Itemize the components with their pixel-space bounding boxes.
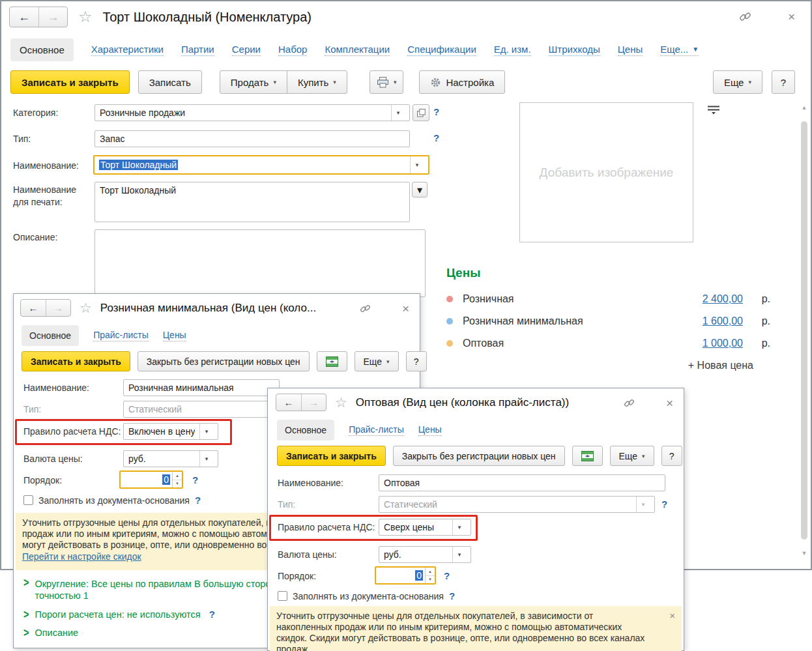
tab-prices[interactable]: Цены: [618, 44, 643, 56]
fill-from-document-help-icon[interactable]: ?: [195, 495, 201, 506]
back-button[interactable]: ←: [21, 300, 46, 316]
favorite-star-icon[interactable]: ☆: [335, 396, 347, 409]
close-dialog-icon[interactable]: ×: [402, 302, 409, 315]
print-button[interactable]: ▾: [370, 70, 404, 94]
favorite-star-icon[interactable]: ☆: [80, 301, 92, 315]
order-help-icon[interactable]: ?: [192, 474, 198, 485]
name-input[interactable]: Торт Шоколадный ▾: [94, 156, 428, 173]
category-help-icon[interactable]: ?: [433, 106, 439, 117]
help-button[interactable]: ?: [772, 70, 795, 94]
forward-button[interactable]: →: [301, 394, 326, 411]
tab-main[interactable]: Основное: [277, 420, 334, 441]
scroll-down-icon[interactable]: ▼: [800, 549, 809, 558]
print-name-dropdown-button[interactable]: ▾: [412, 182, 428, 197]
tab-price-lists[interactable]: Прайс-листы: [349, 424, 404, 436]
tab-prices[interactable]: Цены: [418, 424, 442, 436]
tab-price-lists[interactable]: Прайс-листы: [93, 330, 149, 341]
add-new-price-link[interactable]: + Новая цена: [446, 360, 770, 371]
price-list-button[interactable]: [317, 351, 347, 371]
scrollbar-thumb[interactable]: [801, 121, 807, 540]
tab-barcodes[interactable]: Штрихкоды: [549, 44, 600, 56]
fill-from-document-help-icon[interactable]: ?: [449, 590, 455, 601]
window-menu-icon[interactable]: [384, 303, 389, 315]
print-name-textarea[interactable]: Торт Шоколадный: [94, 182, 410, 222]
category-input[interactable]: Розничные продажи ▾: [94, 104, 410, 121]
main-scrollbar[interactable]: ▲ ▼: [800, 103, 809, 563]
order-spinner[interactable]: 0 ▴ ▾: [119, 470, 183, 489]
price-value-link[interactable]: 2 400,00: [703, 293, 743, 305]
forward-button[interactable]: →: [38, 7, 67, 27]
close-without-registration-button[interactable]: Закрыть без регистрации новых цен: [138, 351, 310, 371]
tab-batches[interactable]: Партии: [181, 44, 214, 56]
dropdown-arrow-icon[interactable]: ▾: [410, 156, 424, 173]
price-value-link[interactable]: 1 600,00: [703, 315, 743, 327]
get-link-icon[interactable]: [360, 303, 371, 314]
name-input[interactable]: Оптовая: [379, 474, 665, 491]
price-value-link[interactable]: 1 000,00: [703, 338, 743, 349]
save-and-close-button[interactable]: Записать и закрыть: [10, 70, 130, 94]
currency-select[interactable]: руб. ▾: [123, 450, 218, 467]
dropdown-arrow-icon[interactable]: ▾: [391, 105, 405, 121]
buy-button[interactable]: Купить▾: [287, 70, 347, 94]
more-button[interactable]: Еще▾: [355, 351, 399, 371]
dropdown-arrow-icon[interactable]: ▾: [452, 547, 466, 562]
type-input[interactable]: Статический: [123, 401, 280, 418]
more-button[interactable]: Еще▾: [713, 70, 762, 94]
type-input[interactable]: Запас: [94, 130, 410, 147]
spin-down-icon[interactable]: ▾: [426, 576, 435, 584]
tab-more[interactable]: Еще... ▼: [660, 44, 699, 56]
infobox-close-icon[interactable]: ×: [669, 610, 675, 621]
expander-price-thresholds[interactable]: > Пороги расчета цен: не используются ?: [23, 609, 215, 620]
close-window-icon[interactable]: ×: [788, 10, 795, 23]
product-image-dropzone[interactable]: Добавить изображение: [519, 102, 693, 242]
currency-select[interactable]: руб. ▾: [379, 546, 471, 563]
dropdown-arrow-icon[interactable]: ▾: [199, 424, 213, 439]
tab-series[interactable]: Серии: [232, 44, 261, 56]
dropdown-arrow-icon[interactable]: ▾: [636, 497, 650, 512]
sell-button[interactable]: Продать▾: [220, 70, 287, 94]
spin-down-icon[interactable]: ▾: [173, 480, 182, 488]
go-to-discounts-link[interactable]: Перейти к настройке скидок: [22, 551, 141, 562]
tab-main[interactable]: Основное: [22, 325, 79, 346]
favorite-star-icon[interactable]: ☆: [78, 9, 93, 25]
tab-prices[interactable]: Цены: [163, 330, 186, 341]
type-help-icon[interactable]: ?: [661, 499, 667, 510]
spin-up-icon[interactable]: ▴: [173, 472, 182, 480]
tab-kitting[interactable]: Комплектации: [325, 44, 390, 56]
forward-button[interactable]: →: [46, 300, 70, 316]
open-category-button[interactable]: [413, 104, 429, 121]
tab-set[interactable]: Набор: [278, 44, 307, 56]
close-dialog-icon[interactable]: ×: [666, 397, 673, 409]
tab-main[interactable]: Основное: [10, 38, 74, 61]
spin-up-icon[interactable]: ▴: [426, 568, 435, 576]
back-button[interactable]: ←: [276, 394, 301, 411]
window-menu-icon[interactable]: [648, 398, 653, 409]
get-link-icon[interactable]: [739, 10, 751, 23]
save-and-close-button[interactable]: Записать и закрыть: [22, 351, 130, 371]
help-button[interactable]: ?: [406, 351, 427, 371]
window-menu-icon[interactable]: [767, 11, 772, 23]
tab-specifications[interactable]: Спецификации: [407, 44, 476, 56]
collapse-panel-icon[interactable]: [706, 104, 721, 118]
scroll-up-icon[interactable]: ▲: [800, 103, 809, 112]
fill-from-document-checkbox[interactable]: [278, 591, 287, 601]
settings-button[interactable]: Настройка: [419, 70, 505, 94]
expander-description[interactable]: > Описание: [23, 627, 78, 639]
get-link-icon[interactable]: [624, 398, 635, 409]
save-and-close-button[interactable]: Записать и закрыть: [277, 446, 386, 466]
vat-rule-select[interactable]: Сверх цены ▾: [379, 519, 471, 536]
order-help-icon[interactable]: ?: [444, 570, 450, 581]
thresholds-help-icon[interactable]: ?: [209, 609, 215, 620]
description-textarea[interactable]: [94, 229, 426, 297]
back-button[interactable]: ←: [10, 7, 38, 27]
tab-units[interactable]: Ед. изм.: [494, 44, 531, 56]
close-without-registration-button[interactable]: Закрыть без регистрации новых цен: [393, 446, 565, 466]
price-list-button[interactable]: [572, 446, 603, 466]
type-input[interactable]: Статический ▾: [379, 496, 655, 513]
vat-rule-select[interactable]: Включен в цену ▾: [123, 423, 218, 440]
dropdown-arrow-icon[interactable]: ▾: [452, 519, 466, 535]
save-button[interactable]: Записать: [138, 70, 202, 94]
help-button[interactable]: ?: [661, 446, 682, 466]
type-help-icon[interactable]: ?: [433, 132, 439, 143]
order-spinner[interactable]: 0 ▴ ▾: [375, 566, 436, 585]
